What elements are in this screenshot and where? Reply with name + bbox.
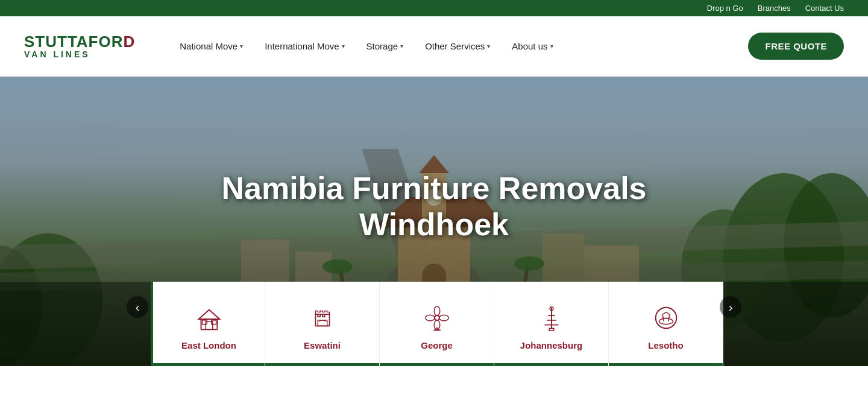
logo[interactable]: StuttaforD Van Lines: [24, 34, 135, 59]
location-strip: East London Eswatini: [0, 282, 868, 366]
chevron-down-icon: ▾: [487, 43, 490, 49]
svg-rect-28: [202, 320, 207, 324]
nav-item-international-move[interactable]: International Move ▾: [256, 36, 353, 56]
lesotho-label: Lesotho: [648, 340, 683, 350]
eswatini-label: Eswatini: [304, 340, 341, 350]
svg-point-33: [434, 306, 440, 315]
svg-point-34: [439, 315, 448, 321]
main-nav: StuttaforD Van Lines National Move ▾ Int…: [0, 16, 868, 77]
east-london-label: East London: [181, 340, 236, 350]
drop-n-go-link[interactable]: Drop n Go: [707, 4, 743, 13]
contact-us-link[interactable]: Contact Us: [805, 4, 844, 13]
svg-marker-26: [198, 309, 219, 319]
chevron-down-icon: ▾: [240, 43, 243, 49]
nav-links: National Move ▾ International Move ▾ Sto…: [171, 33, 844, 60]
location-card-johannesburg[interactable]: Johannesburg: [494, 282, 609, 366]
branches-link[interactable]: Branches: [758, 4, 791, 13]
free-quote-button[interactable]: FREE QUOTE: [748, 33, 844, 60]
hero-title: Namibia Furniture Removals Windhoek: [163, 171, 705, 243]
johannesburg-icon: [536, 303, 567, 335]
svg-point-36: [425, 315, 434, 321]
svg-point-46: [659, 318, 673, 324]
top-bar: Drop n Go Branches Contact Us: [0, 0, 868, 16]
chevron-down-icon: ▾: [400, 43, 403, 49]
nav-item-other-services[interactable]: Other Services ▾: [417, 36, 498, 56]
nav-item-storage[interactable]: Storage ▾: [358, 36, 412, 56]
svg-rect-44: [549, 328, 554, 331]
location-card-george[interactable]: George: [380, 282, 494, 366]
johannesburg-label: Johannesburg: [520, 340, 582, 350]
location-card-lesotho[interactable]: Lesotho: [609, 282, 723, 366]
eswatini-icon: [307, 303, 338, 335]
location-card-eswatini[interactable]: Eswatini: [265, 282, 380, 366]
nav-item-about-us[interactable]: About us ▾: [503, 36, 561, 56]
lesotho-icon: [651, 303, 681, 335]
carousel-prev-button[interactable]: ‹: [127, 296, 148, 318]
george-icon: [422, 303, 452, 335]
east-london-icon: [194, 303, 224, 335]
svg-rect-29: [211, 320, 216, 324]
carousel-next-button[interactable]: ›: [720, 296, 741, 318]
logo-line1: StuttaforD: [24, 34, 135, 49]
hero-section: Namibia Furniture Removals Windhoek ‹ › …: [0, 77, 868, 366]
nav-item-national-move[interactable]: National Move ▾: [171, 36, 251, 56]
svg-point-32: [435, 315, 439, 320]
chevron-down-icon: ▾: [342, 43, 345, 49]
george-label: George: [421, 340, 453, 350]
location-card-east-london[interactable]: East London: [151, 282, 265, 366]
logo-line2: Van Lines: [24, 49, 90, 59]
chevron-down-icon: ▾: [550, 43, 553, 49]
